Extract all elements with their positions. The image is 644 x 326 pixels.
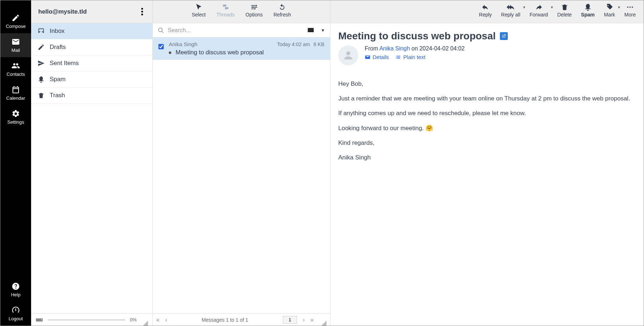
forward-button[interactable]: Forward ▼ <box>530 3 548 18</box>
chevron-down-icon[interactable]: ▼ <box>321 28 325 33</box>
svg-point-7 <box>632 6 633 8</box>
message-list: Anika Singh Today 4:02 am 6 KB Meeting t… <box>153 38 330 313</box>
pager-first[interactable]: « <box>156 317 159 323</box>
svg-point-1 <box>41 319 42 320</box>
reply-icon <box>481 3 489 11</box>
reply-all-button[interactable]: Reply all ▼ <box>501 3 520 18</box>
nav-help-label: Help <box>11 292 21 297</box>
message-item[interactable]: Anika Singh Today 4:02 am 6 KB Meeting t… <box>153 38 330 60</box>
plaintext-button[interactable]: Plain text <box>395 54 426 60</box>
pager-page-input[interactable] <box>283 316 297 324</box>
mail-filter-icon[interactable] <box>307 27 314 34</box>
message-subject-header: Meeting to discuss web proposal <box>330 23 644 45</box>
nav-mail[interactable]: Mail <box>0 33 31 57</box>
folder-label: Inbox <box>50 28 65 35</box>
folders-pane: hello@mysite.tld Inbox Drafts Sent Items… <box>31 0 153 326</box>
chevron-down-icon[interactable]: ▼ <box>522 5 526 9</box>
nav-logout-label: Logout <box>9 316 23 321</box>
spam-icon <box>584 3 592 11</box>
nav-settings-label: Settings <box>8 119 24 125</box>
nav-contacts[interactable]: Contacts <box>0 57 31 81</box>
open-window-button[interactable] <box>500 32 508 40</box>
svg-point-2 <box>255 5 257 6</box>
resize-handle[interactable] <box>143 321 148 326</box>
nav-settings[interactable]: Settings <box>0 105 31 129</box>
storage-percent: 0% <box>130 317 137 322</box>
cursor-icon <box>195 3 203 11</box>
svg-point-8 <box>346 51 350 55</box>
mark-button[interactable]: Mark ▼ <box>604 3 615 18</box>
resize-handle[interactable] <box>321 321 326 326</box>
folder-label: Spam <box>50 76 65 83</box>
pager-text: Messages 1 to 1 of 1 <box>173 317 277 323</box>
compose-icon <box>11 14 20 22</box>
threads-button[interactable]: Threads <box>216 3 235 18</box>
sender-link[interactable]: Anika Singh <box>379 45 410 51</box>
nav-contacts-label: Contacts <box>6 71 25 77</box>
options-button[interactable]: Options <box>246 3 263 18</box>
details-button[interactable]: Details <box>365 54 389 60</box>
spam-button[interactable]: Spam <box>581 3 595 18</box>
contacts-icon <box>11 61 20 70</box>
chevron-down-icon[interactable]: ▼ <box>617 5 621 9</box>
nav-calendar[interactable]: Calendar <box>0 81 31 105</box>
message-meta: From Anika Singh on 2024-04-02 04:02 Det… <box>330 45 644 71</box>
message-subject: Meeting to discuss web proposal <box>176 49 264 56</box>
svg-point-4 <box>254 8 256 10</box>
folder-label: Sent Items <box>50 60 79 67</box>
chevron-down-icon[interactable]: ▼ <box>550 5 554 9</box>
message-date: Today 4:02 am <box>277 41 310 47</box>
sent-icon <box>38 60 45 67</box>
select-button[interactable]: Select <box>192 3 206 18</box>
reply-all-icon <box>507 3 515 11</box>
storage-meter <box>48 319 126 321</box>
nav-help[interactable]: Help <box>0 278 31 302</box>
mail-icon <box>365 54 370 60</box>
account-menu-button[interactable] <box>139 6 145 18</box>
more-button[interactable]: More <box>624 3 636 18</box>
tag-icon <box>606 3 614 11</box>
help-icon <box>11 282 20 291</box>
list-pane: Select Threads Options Refresh ▼ Anika S… <box>153 0 330 326</box>
more-icon <box>626 3 634 11</box>
search-input[interactable] <box>168 27 304 34</box>
message-from: Anika Singh <box>169 41 277 47</box>
folder-trash[interactable]: Trash <box>31 88 152 104</box>
refresh-button[interactable]: Refresh <box>274 3 291 18</box>
nav-rail: Compose Mail Contacts Calendar Settings … <box>0 0 31 326</box>
pager-last[interactable]: » <box>310 317 314 323</box>
pager-next[interactable]: › <box>303 317 305 323</box>
unread-dot-icon <box>169 51 171 54</box>
delete-button[interactable]: Delete <box>557 3 571 18</box>
search-row: ▼ <box>153 23 330 38</box>
nav-compose-label: Compose <box>6 24 26 29</box>
search-icon <box>158 27 164 34</box>
account-email: hello@mysite.tld <box>38 8 87 15</box>
forward-icon <box>535 3 543 11</box>
folder-list: Inbox Drafts Sent Items Spam Trash <box>31 23 152 313</box>
nav-calendar-label: Calendar <box>6 95 25 101</box>
message-body: Hey Bob, Just a reminder that we are mee… <box>330 71 644 170</box>
message-size: 6 KB <box>314 41 324 47</box>
folder-drafts[interactable]: Drafts <box>31 39 152 55</box>
open-window-icon <box>501 34 506 39</box>
nav-compose[interactable]: Compose <box>0 9 31 33</box>
nav-logout[interactable]: Logout <box>0 302 31 326</box>
list-pager: « ‹ Messages 1 to 1 of 1 › » <box>153 313 330 326</box>
trash-icon <box>561 3 569 11</box>
message-checkbox[interactable] <box>158 44 164 49</box>
pager-prev[interactable]: ‹ <box>165 317 167 323</box>
threads-icon <box>222 3 230 11</box>
message-datetime: 2024-04-02 04:02 <box>419 45 464 51</box>
refresh-icon <box>278 3 286 11</box>
list-icon <box>395 54 401 60</box>
folder-spam[interactable]: Spam <box>31 71 152 88</box>
preview-toolbar: Reply Reply all ▼ Forward ▼ Delete Spam … <box>330 0 644 23</box>
disk-icon <box>35 317 43 322</box>
folder-sent[interactable]: Sent Items <box>31 55 152 71</box>
folder-label: Trash <box>50 92 65 99</box>
svg-point-3 <box>252 6 254 8</box>
reply-button[interactable]: Reply <box>479 3 492 18</box>
folder-inbox[interactable]: Inbox <box>31 23 152 39</box>
preview-pane: Reply Reply all ▼ Forward ▼ Delete Spam … <box>330 0 644 326</box>
